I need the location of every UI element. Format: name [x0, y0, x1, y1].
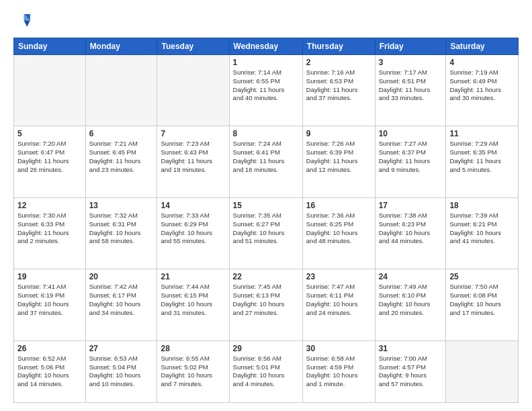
day-cell	[14, 55, 86, 126]
day-info: Sunrise: 7:36 AMSunset: 6:25 PMDaylight:…	[306, 212, 371, 246]
day-cell: 8Sunrise: 7:24 AMSunset: 6:41 PMDaylight…	[229, 126, 302, 197]
day-number: 20	[89, 272, 154, 281]
day-number: 21	[161, 272, 225, 281]
logo	[13, 12, 35, 31]
day-number: 29	[233, 344, 299, 353]
day-number: 16	[306, 201, 371, 210]
day-info: Sunrise: 7:33 AMSunset: 6:29 PMDaylight:…	[161, 212, 225, 246]
day-info: Sunrise: 7:19 AMSunset: 6:49 PMDaylight:…	[449, 68, 515, 103]
day-info: Sunrise: 7:38 AMSunset: 6:23 PMDaylight:…	[379, 212, 443, 246]
day-info: Sunrise: 7:32 AMSunset: 6:31 PMDaylight:…	[89, 212, 154, 246]
day-info: Sunrise: 6:58 AMSunset: 4:59 PMDaylight:…	[306, 355, 371, 389]
day-info: Sunrise: 7:35 AMSunset: 6:27 PMDaylight:…	[233, 212, 299, 246]
day-cell: 31Sunrise: 7:00 AMSunset: 4:57 PMDayligh…	[375, 340, 446, 402]
day-cell: 21Sunrise: 7:44 AMSunset: 6:15 PMDayligh…	[157, 269, 229, 340]
day-number: 7	[161, 129, 225, 138]
header-cell-saturday: Saturday	[446, 38, 519, 55]
week-row-3: 12Sunrise: 7:30 AMSunset: 6:33 PMDayligh…	[14, 197, 519, 269]
day-number: 31	[379, 344, 443, 353]
day-info: Sunrise: 7:30 AMSunset: 6:33 PMDaylight:…	[17, 212, 82, 246]
header-cell-wednesday: Wednesday	[229, 38, 302, 55]
day-cell	[446, 340, 519, 402]
day-number: 26	[17, 344, 82, 353]
day-cell: 5Sunrise: 7:20 AMSunset: 6:47 PMDaylight…	[14, 126, 86, 197]
header-cell-thursday: Thursday	[302, 38, 375, 55]
day-info: Sunrise: 7:27 AMSunset: 6:37 PMDaylight:…	[379, 140, 443, 174]
day-cell	[85, 55, 157, 126]
week-row-2: 5Sunrise: 7:20 AMSunset: 6:47 PMDaylight…	[14, 126, 519, 197]
day-cell: 14Sunrise: 7:33 AMSunset: 6:29 PMDayligh…	[157, 197, 229, 269]
day-number: 1	[233, 58, 299, 67]
day-cell: 13Sunrise: 7:32 AMSunset: 6:31 PMDayligh…	[85, 197, 157, 269]
day-number: 12	[17, 201, 82, 210]
day-info: Sunrise: 7:20 AMSunset: 6:47 PMDaylight:…	[17, 140, 82, 174]
day-cell: 10Sunrise: 7:27 AMSunset: 6:37 PMDayligh…	[375, 126, 446, 197]
calendar-page: SundayMondayTuesdayWednesdayThursdayFrid…	[0, 0, 532, 411]
day-number: 9	[306, 129, 371, 138]
day-cell: 7Sunrise: 7:23 AMSunset: 6:43 PMDaylight…	[157, 126, 229, 197]
day-cell: 4Sunrise: 7:19 AMSunset: 6:49 PMDaylight…	[446, 55, 519, 126]
day-info: Sunrise: 7:24 AMSunset: 6:41 PMDaylight:…	[233, 140, 299, 174]
day-info: Sunrise: 7:16 AMSunset: 6:53 PMDaylight:…	[306, 68, 371, 103]
header-cell-tuesday: Tuesday	[157, 38, 229, 55]
day-number: 6	[89, 129, 154, 138]
day-info: Sunrise: 6:52 AMSunset: 5:06 PMDaylight:…	[17, 355, 82, 389]
day-number: 5	[17, 129, 82, 138]
day-cell: 9Sunrise: 7:26 AMSunset: 6:39 PMDaylight…	[302, 126, 375, 197]
header-cell-monday: Monday	[85, 38, 157, 55]
day-info: Sunrise: 7:14 AMSunset: 6:55 PMDaylight:…	[233, 68, 299, 103]
day-info: Sunrise: 6:56 AMSunset: 5:01 PMDaylight:…	[233, 355, 299, 389]
day-info: Sunrise: 7:41 AMSunset: 6:19 PMDaylight:…	[17, 283, 82, 317]
day-cell: 20Sunrise: 7:42 AMSunset: 6:17 PMDayligh…	[85, 269, 157, 340]
day-cell: 1Sunrise: 7:14 AMSunset: 6:55 PMDaylight…	[229, 55, 302, 126]
week-row-5: 26Sunrise: 6:52 AMSunset: 5:06 PMDayligh…	[14, 340, 519, 402]
week-row-4: 19Sunrise: 7:41 AMSunset: 6:19 PMDayligh…	[14, 269, 519, 340]
day-info: Sunrise: 7:23 AMSunset: 6:43 PMDaylight:…	[161, 140, 225, 174]
day-cell: 3Sunrise: 7:17 AMSunset: 6:51 PMDaylight…	[375, 55, 446, 126]
day-info: Sunrise: 7:42 AMSunset: 6:17 PMDaylight:…	[89, 283, 154, 317]
day-number: 24	[379, 272, 443, 281]
logo-icon	[13, 12, 32, 31]
day-cell	[157, 55, 229, 126]
day-info: Sunrise: 7:17 AMSunset: 6:51 PMDaylight:…	[379, 68, 443, 103]
day-info: Sunrise: 7:00 AMSunset: 4:57 PMDaylight:…	[379, 355, 443, 389]
day-number: 3	[379, 58, 443, 67]
day-number: 15	[233, 201, 299, 210]
day-info: Sunrise: 7:50 AMSunset: 6:08 PMDaylight:…	[449, 283, 515, 317]
header-row: SundayMondayTuesdayWednesdayThursdayFrid…	[14, 38, 519, 55]
header-cell-sunday: Sunday	[14, 38, 86, 55]
calendar-table: SundayMondayTuesdayWednesdayThursdayFrid…	[13, 38, 519, 403]
day-cell: 6Sunrise: 7:21 AMSunset: 6:45 PMDaylight…	[85, 126, 157, 197]
header-cell-friday: Friday	[375, 38, 446, 55]
day-number: 18	[449, 201, 515, 210]
day-info: Sunrise: 6:55 AMSunset: 5:02 PMDaylight:…	[161, 355, 225, 389]
day-cell: 15Sunrise: 7:35 AMSunset: 6:27 PMDayligh…	[229, 197, 302, 269]
week-row-1: 1Sunrise: 7:14 AMSunset: 6:55 PMDaylight…	[14, 55, 519, 126]
day-cell: 29Sunrise: 6:56 AMSunset: 5:01 PMDayligh…	[229, 340, 302, 402]
day-info: Sunrise: 7:26 AMSunset: 6:39 PMDaylight:…	[306, 140, 371, 174]
day-info: Sunrise: 7:47 AMSunset: 6:11 PMDaylight:…	[306, 283, 371, 317]
day-number: 19	[17, 272, 82, 281]
day-number: 22	[233, 272, 299, 281]
day-number: 14	[161, 201, 225, 210]
day-number: 2	[306, 58, 371, 67]
day-number: 8	[233, 129, 299, 138]
day-cell: 18Sunrise: 7:39 AMSunset: 6:21 PMDayligh…	[446, 197, 519, 269]
day-info: Sunrise: 7:49 AMSunset: 6:10 PMDaylight:…	[379, 283, 443, 317]
day-number: 28	[161, 344, 225, 353]
day-cell: 28Sunrise: 6:55 AMSunset: 5:02 PMDayligh…	[157, 340, 229, 402]
day-cell: 12Sunrise: 7:30 AMSunset: 6:33 PMDayligh…	[14, 197, 86, 269]
day-number: 27	[89, 344, 154, 353]
svg-marker-2	[24, 20, 30, 26]
header	[13, 12, 519, 31]
day-number: 25	[449, 272, 515, 281]
day-cell: 22Sunrise: 7:45 AMSunset: 6:13 PMDayligh…	[229, 269, 302, 340]
day-cell: 27Sunrise: 6:53 AMSunset: 5:04 PMDayligh…	[85, 340, 157, 402]
day-number: 4	[449, 58, 515, 67]
day-cell: 30Sunrise: 6:58 AMSunset: 4:59 PMDayligh…	[302, 340, 375, 402]
day-info: Sunrise: 7:29 AMSunset: 6:35 PMDaylight:…	[449, 140, 515, 174]
day-number: 30	[306, 344, 371, 353]
day-info: Sunrise: 6:53 AMSunset: 5:04 PMDaylight:…	[89, 355, 154, 389]
day-info: Sunrise: 7:45 AMSunset: 6:13 PMDaylight:…	[233, 283, 299, 317]
day-number: 10	[379, 129, 443, 138]
